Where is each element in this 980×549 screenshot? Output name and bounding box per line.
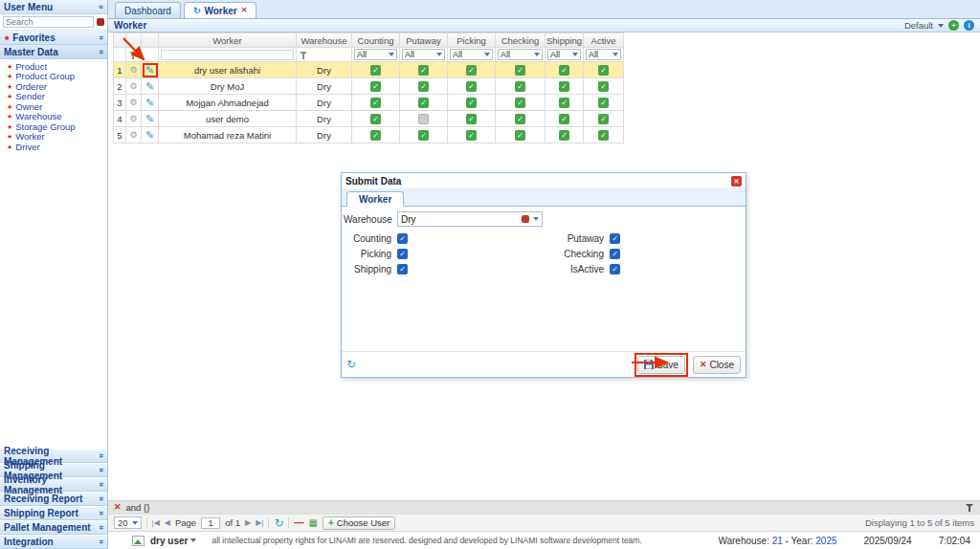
filter-funnel-icon[interactable] [966,503,974,512]
page-size-select[interactable]: 20 [114,516,142,529]
edit-pencil-icon[interactable]: ✎ [145,114,154,124]
table-row[interactable]: 4 ⚙ ✎ user demo Dry [113,111,624,127]
active-checkbox[interactable] [598,114,609,124]
putaway-checkbox[interactable] [418,130,429,141]
counting-checkbox[interactable] [370,81,381,92]
edit-pencil-icon[interactable]: ✎ [145,130,154,141]
checking-checkbox[interactable] [515,81,525,92]
close-icon[interactable]: ✕ [241,7,248,14]
shipping-checkbox[interactable] [559,130,569,141]
tab-worker[interactable]: ↻ Worker ✕ [184,2,257,18]
counting-checkbox[interactable] [370,130,381,141]
active-checkbox[interactable] [598,98,609,108]
table-row[interactable]: 3 ⚙ ✎ Mojgan Ahmadnejad Dry [113,95,624,111]
sidebar-item-owner[interactable]: ★Owner [0,101,107,112]
active-checkbox[interactable] [598,81,609,92]
sidebar-item-product-group[interactable]: ★Product Group [0,72,107,82]
current-user-dropdown[interactable]: dry user [150,536,196,546]
page-number-input[interactable]: 1 [201,517,220,529]
edit-pencil-icon[interactable]: ✎ [145,98,154,108]
header-counting[interactable]: Counting [352,33,400,48]
chevron-down-icon[interactable]: » [97,511,105,516]
active-checkbox[interactable] [598,65,609,76]
active-checkbox[interactable] [598,130,609,141]
shipping-filter-select[interactable]: All [547,49,581,60]
sidebar-item-sender[interactable]: ★Sender [0,92,107,102]
picking-checkbox[interactable] [466,81,477,92]
picking-checkbox[interactable] [466,65,477,76]
sidebar-item-warehouse[interactable]: ★Warehouse [0,112,107,122]
clear-filter-icon[interactable]: ✕ [114,503,122,512]
choose-user-button[interactable]: +Choose User [323,516,395,530]
putaway-checkbox[interactable] [418,98,429,108]
picking-checkbox[interactable] [466,114,477,124]
gear-icon[interactable]: ⚙ [129,66,137,75]
clear-selection-icon[interactable]: — [294,517,303,528]
refresh-icon[interactable]: ↻ [193,7,201,15]
counting-checkbox[interactable] [370,114,381,124]
chevron-down-icon[interactable]: » [97,539,105,544]
picking-filter-select[interactable]: All [450,49,493,60]
sidebar-item-worker[interactable]: ★Worker [0,132,107,143]
close-icon[interactable]: ✕ [731,176,742,187]
sidebar-section-inventory-management[interactable]: Inventory Management» [0,477,107,492]
chevron-down-icon[interactable]: » [97,34,105,39]
putaway-checkbox[interactable] [418,65,429,76]
edit-pencil-icon[interactable]: ✎ [145,81,154,92]
gear-icon[interactable]: ⚙ [129,115,137,123]
prev-page-button[interactable]: ◀ [165,519,170,527]
shipping-checkbox[interactable] [559,114,569,124]
chevron-down-icon[interactable]: » [97,482,105,487]
edit-pencil-icon[interactable]: ✎ [145,65,154,76]
checking-checkbox[interactable] [515,65,525,76]
first-page-button[interactable]: |◀ [152,519,160,527]
header-picking[interactable]: Picking [448,33,496,48]
chevron-down-icon[interactable]: » [97,496,105,501]
putaway-checkbox[interactable] [418,81,429,92]
tab-dashboard[interactable]: Dashboard [115,2,181,18]
table-row[interactable]: 5 ⚙ ✎ Mohamad reza Matini Dry [113,127,624,143]
save-button[interactable]: Save [637,356,685,374]
last-page-button[interactable]: ▶| [256,519,263,527]
dialog-close-button[interactable]: ✕ Close [693,356,741,374]
worker-filter-input[interactable] [161,50,294,60]
sidebar-item-orderer[interactable]: ★Orderer [0,81,107,92]
shipping-checkbox[interactable] [559,98,569,108]
active-filter-select[interactable]: All [586,49,621,60]
checking-checkbox[interactable] [515,98,525,108]
gear-icon[interactable]: ⚙ [129,131,137,140]
chevron-up-icon[interactable]: « [97,49,105,54]
chevron-down-icon[interactable] [938,24,944,28]
search-clear-icon[interactable] [97,18,104,26]
sidebar-header[interactable]: User Menu « [0,0,107,14]
isactive-checkbox[interactable] [610,264,620,274]
picking-checkbox[interactable] [397,249,408,259]
dialog-tab-worker[interactable]: Worker [346,191,404,207]
counting-checkbox[interactable] [397,233,408,244]
next-page-button[interactable]: ▶ [245,519,251,527]
sidebar-section-master-data[interactable]: Master Data « [0,45,107,59]
chevron-down-icon[interactable]: » [97,525,105,530]
info-button[interactable]: i [964,20,974,31]
gear-icon[interactable]: ⚙ [129,82,137,91]
filter-funnel-icon[interactable] [129,51,138,59]
table-row[interactable]: 1 ⚙ ✎ dry user alishahi Dry [113,62,624,78]
sidebar-item-storage-group[interactable]: ★Storage Group [0,121,107,132]
putaway-filter-select[interactable]: All [402,49,445,60]
collapse-left-icon[interactable]: « [99,3,103,11]
add-button[interactable]: + [948,20,959,31]
chevron-down-icon[interactable]: » [97,453,105,458]
checking-checkbox[interactable] [515,130,525,141]
chevron-down-icon[interactable]: » [97,468,105,472]
picking-checkbox[interactable] [466,98,477,108]
counting-checkbox[interactable] [370,98,381,108]
table-grid-icon[interactable]: ▦ [308,518,317,528]
header-shipping[interactable]: Shipping [546,33,584,48]
dialog-header[interactable]: Submit Data ✕ [342,173,746,189]
picking-checkbox[interactable] [466,130,477,141]
sidebar-section-favorites[interactable]: ★ Favorites » [0,31,107,45]
sidebar-item-driver[interactable]: ★Driver [0,142,107,152]
checking-checkbox[interactable] [515,114,525,124]
chevron-down-icon[interactable] [533,217,539,221]
sidebar-item-product[interactable]: ★Product [0,61,107,72]
